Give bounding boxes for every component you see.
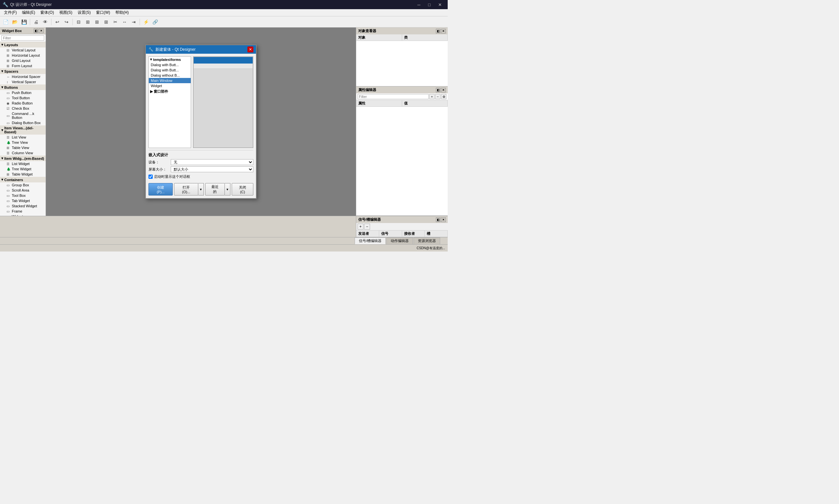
menu-settings[interactable]: 设置(S) bbox=[75, 9, 93, 16]
tb-preview[interactable]: 👁 bbox=[41, 18, 50, 26]
widget-list-view[interactable]: ☰List View bbox=[0, 134, 46, 140]
screen-select[interactable]: 默认大小 bbox=[171, 166, 254, 172]
recent-button[interactable]: 最近的 bbox=[205, 183, 225, 196]
category-buttons[interactable]: ▾ Buttons bbox=[0, 85, 46, 90]
widget-radio-button[interactable]: ◉Radio Button bbox=[0, 101, 46, 106]
maximize-button[interactable]: □ bbox=[424, 0, 435, 9]
category-spacers[interactable]: ▾ Spacers bbox=[0, 69, 46, 74]
widget-scroll-area[interactable]: ▭Scroll Area bbox=[0, 188, 46, 193]
widget-table-view[interactable]: ⊞Table View bbox=[0, 145, 46, 150]
widget-frame[interactable]: ▭Frame bbox=[0, 209, 46, 214]
category-containers[interactable]: ▾ Containers bbox=[0, 177, 46, 182]
widget-filter-input[interactable] bbox=[1, 35, 44, 41]
open-arrow-button[interactable]: ▾ bbox=[198, 183, 204, 196]
close-dialog-button[interactable]: 关闭(C) bbox=[232, 183, 254, 196]
property-filter-input[interactable] bbox=[357, 94, 429, 99]
design-area[interactable]: 🔧 新建窗体 - Qt Designer ✕ ▾ templates\forms bbox=[46, 28, 356, 216]
signal-editor-close[interactable]: ✕ bbox=[441, 217, 446, 222]
widget-column-view[interactable]: ☰Column View bbox=[0, 150, 46, 156]
device-select[interactable]: 无 bbox=[171, 159, 254, 165]
tb-layout-f[interactable]: ⊞ bbox=[102, 18, 110, 26]
create-button[interactable]: 创建(P)... bbox=[148, 183, 173, 196]
widget-vertical-layout[interactable]: ⊟Vertical Layout bbox=[0, 48, 46, 53]
tree-expand-icon: ▶ bbox=[150, 89, 153, 94]
widget-tree-view[interactable]: 🌲Tree View bbox=[0, 140, 46, 145]
signal-add-btn[interactable]: + bbox=[357, 224, 364, 230]
category-item-views[interactable]: ▾ Item Views...(del-Based) bbox=[0, 125, 46, 134]
tb-layout-g[interactable]: ⊞ bbox=[93, 18, 101, 26]
obj-inspector-close[interactable]: ✕ bbox=[441, 29, 446, 33]
close-button[interactable]: ✕ bbox=[435, 0, 445, 9]
menu-form[interactable]: 窗体(O) bbox=[38, 9, 56, 16]
widget-command-button[interactable]: ▭Command ...k Button bbox=[0, 111, 46, 120]
widget-group-box[interactable]: ▭Group Box bbox=[0, 182, 46, 188]
widget-tab-widget[interactable]: ▭Tab Widget bbox=[0, 198, 46, 203]
prop-editor-close[interactable]: ✕ bbox=[441, 88, 446, 92]
widget-stacked-widget[interactable]: ▭Stacked Widget bbox=[0, 203, 46, 209]
menu-file[interactable]: 文件(F) bbox=[1, 9, 19, 16]
startup-checkbox[interactable] bbox=[148, 175, 153, 179]
tb-tab-order[interactable]: ⇥ bbox=[129, 18, 138, 26]
status-text: CSDN@有温度的... bbox=[417, 246, 445, 251]
widget-box-float[interactable]: ◧ bbox=[34, 29, 38, 33]
minimize-button[interactable]: ─ bbox=[414, 0, 424, 9]
prop-editor-float[interactable]: ◧ bbox=[436, 88, 440, 92]
widget-box-title: Widget Box bbox=[2, 29, 22, 33]
widget-form-layout[interactable]: ⊞Form Layout bbox=[0, 63, 46, 69]
widget-push-button[interactable]: ▭Push Button bbox=[0, 90, 46, 95]
widget-list-widget[interactable]: ☰List Widget bbox=[0, 161, 46, 166]
tb-redo[interactable]: ↪ bbox=[62, 18, 71, 26]
menu-help[interactable]: 帮助(H) bbox=[113, 9, 132, 16]
recent-arrow-button[interactable]: ▾ bbox=[225, 183, 230, 196]
property-filter-add[interactable]: + bbox=[429, 94, 435, 99]
tree-category-label: 窗口部件 bbox=[154, 89, 168, 94]
menu-edit[interactable]: 编辑(E) bbox=[19, 9, 38, 16]
widget-tool-button[interactable]: ▭Tool Button bbox=[0, 95, 46, 101]
menu-window[interactable]: 窗口(W) bbox=[93, 9, 113, 16]
tree-root[interactable]: ▾ templates\forms bbox=[149, 57, 191, 62]
tb-separator-1 bbox=[30, 19, 30, 25]
tree-item-dialog-butt-1[interactable]: Dialog with Butt... bbox=[149, 62, 191, 68]
tab-resource-browser[interactable]: 资源浏览器 bbox=[414, 237, 440, 244]
widget-dialog-button-box[interactable]: ▭Dialog Button Box bbox=[0, 120, 46, 125]
tb-new[interactable]: 📄 bbox=[1, 18, 10, 26]
tree-item-dialog-butt-2[interactable]: Dialog with Butt... bbox=[149, 68, 191, 73]
widget-v-spacer[interactable]: ↕Vertical Spacer bbox=[0, 79, 46, 85]
property-filter-config[interactable]: ⚙ bbox=[441, 94, 447, 99]
signal-editor-float[interactable]: ◧ bbox=[436, 217, 440, 222]
tb-break-layout[interactable]: ✂ bbox=[111, 18, 120, 26]
tb-layout-v[interactable]: ⊞ bbox=[84, 18, 92, 26]
tab-action-editor[interactable]: 动作编辑器 bbox=[386, 237, 413, 244]
tb-save[interactable]: 💾 bbox=[20, 18, 28, 26]
dialog-close-icon[interactable]: ✕ bbox=[247, 47, 254, 52]
category-item-widgets[interactable]: ▾ Item Widg...(em-Based) bbox=[0, 156, 46, 161]
tb-signals[interactable]: ⚡ bbox=[142, 18, 150, 26]
tb-buddy[interactable]: 🔗 bbox=[151, 18, 159, 26]
tb-layout-h[interactable]: ⊟ bbox=[74, 18, 83, 26]
tb-adjust[interactable]: ↔ bbox=[120, 18, 129, 26]
open-button[interactable]: 打开(O)... bbox=[174, 183, 198, 196]
template-tree[interactable]: ▾ templates\forms Dialog with Butt... Di… bbox=[148, 56, 191, 148]
tree-item-widget[interactable]: Widget bbox=[149, 83, 191, 88]
tree-item-dialog-without[interactable]: Dialog without B... bbox=[149, 73, 191, 78]
tb-open[interactable]: 📂 bbox=[11, 18, 19, 26]
widget-h-spacer[interactable]: ↔Horizontal Spacer bbox=[0, 74, 46, 79]
property-filter-remove[interactable]: − bbox=[435, 94, 440, 99]
tb-undo[interactable]: ↩ bbox=[53, 18, 62, 26]
expand-icon: ▾ bbox=[1, 42, 3, 47]
tb-print[interactable]: 🖨 bbox=[32, 18, 40, 26]
widget-horizontal-layout[interactable]: ⊞Horizontal Layout bbox=[0, 53, 46, 58]
widget-grid-layout[interactable]: ⊞Grid Layout bbox=[0, 58, 46, 63]
menu-view[interactable]: 视图(S) bbox=[57, 9, 75, 16]
widget-check-box[interactable]: ☑Check Box bbox=[0, 106, 46, 111]
tab-signal-editor[interactable]: 信号/槽编辑器 bbox=[355, 237, 386, 244]
signal-remove-btn[interactable]: − bbox=[364, 224, 370, 230]
tree-item-main-window[interactable]: Main Window bbox=[149, 78, 191, 83]
widget-box-close[interactable]: ✕ bbox=[39, 29, 43, 33]
obj-inspector-float[interactable]: ◧ bbox=[436, 29, 440, 33]
category-layouts[interactable]: ▾ Layouts bbox=[0, 42, 46, 48]
widget-tool-box[interactable]: ▭Tool Box bbox=[0, 193, 46, 198]
tree-category-widgets[interactable]: ▶ 窗口部件 bbox=[149, 88, 191, 95]
widget-table-widget[interactable]: ⊞Table Widget bbox=[0, 172, 46, 177]
widget-tree-widget[interactable]: 🌲Tree Widget bbox=[0, 166, 46, 172]
